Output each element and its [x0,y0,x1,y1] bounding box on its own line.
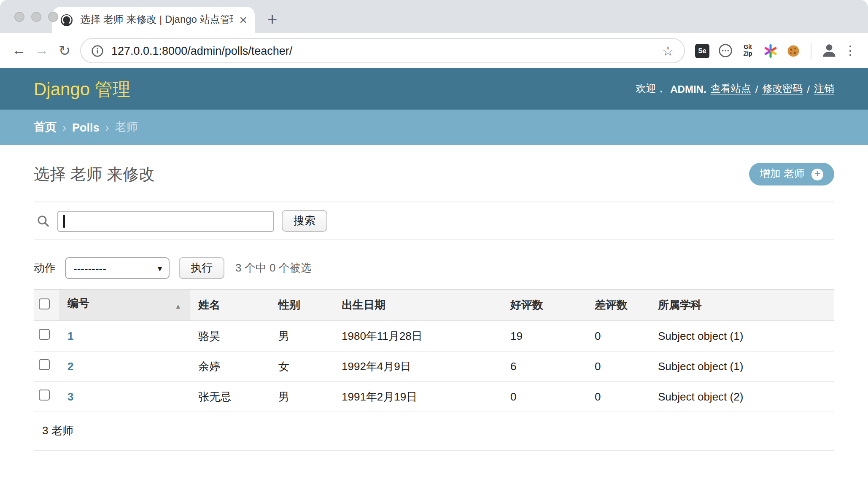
browser-window: 选择 老师 来修改 | Django 站点管理 × + ← → ↻ 127.0.… [0,0,868,500]
site-branding-link[interactable]: Django 管理 [34,77,130,101]
sort-ascending-icon[interactable]: ▲ [175,300,181,314]
username-text: ADMIN. [670,83,706,95]
cell-bad: 0 [586,321,650,351]
table-row: 2 余婷 女 1992年4月9日 6 0 Subject object (1) [34,351,834,382]
toolbar-divider [811,43,811,59]
address-bar[interactable]: 127.0.0.1:8000/admin/polls/teacher/ ☆ [80,38,685,63]
cell-subject: Subject object (2) [650,382,834,412]
actions-row: 动作 --------- ▾ 执行 3 个中 0 个被选 [34,257,834,279]
cell-gender: 女 [270,351,333,382]
action-select-value: --------- [73,262,106,274]
cell-good: 19 [502,321,586,351]
gitzip-label: GitZip [744,44,752,57]
minimize-window-button[interactable] [31,12,41,22]
page-title: 选择 老师 来修改 [34,163,155,185]
changelist-content: 选择 老师 来修改 增加 老师 + 搜索 动作 --------- ▾ 执行 3… [0,145,868,500]
url-text[interactable]: 127.0.0.1:8000/admin/polls/teacher/ [111,44,654,57]
back-icon[interactable]: ← [8,42,30,59]
user-tools-separator: / [755,83,758,95]
column-header-name[interactable]: 姓名 [190,290,270,321]
pinwheel-extension-icon[interactable] [759,38,782,63]
search-button[interactable]: 搜索 [282,210,327,232]
cell-id: 3 [59,382,190,412]
breadcrumb-separator: › [62,121,66,134]
breadcrumb: 首页 › Polls › 老师 [0,110,868,145]
row-checkbox[interactable] [39,359,50,370]
cell-subject: Subject object (1) [650,351,834,382]
browser-tab[interactable]: 选择 老师 来修改 | Django 站点管理 × [52,7,255,33]
cell-id: 1 [59,321,190,351]
table-row: 1 骆昊 男 1980年11月28日 19 0 Subject object (… [34,321,834,351]
plus-icon: + [811,168,823,180]
row-checkbox[interactable] [39,329,50,340]
breadcrumb-app-link[interactable]: Polls [72,121,100,134]
new-tab-button[interactable]: + [267,11,277,28]
view-site-link[interactable]: 查看站点 [711,82,751,96]
user-tools: 欢迎， ADMIN. 查看站点 / 修改密码 / 注销 [636,82,834,96]
cell-birthday: 1980年11月28日 [333,321,502,351]
column-header-good[interactable]: 好评数 [502,290,586,321]
select-all-checkbox[interactable] [39,298,50,309]
action-select[interactable]: --------- ▾ [65,257,170,279]
cell-subject: Subject object (1) [650,321,834,351]
browser-menu-icon[interactable]: ⋮ [840,43,860,58]
action-counter: 3 个中 0 个被选 [235,261,312,276]
row-checkbox-cell [34,321,59,351]
row-id-link[interactable]: 1 [67,329,73,342]
selenium-badge: Se [695,43,709,58]
add-button-label: 增加 老师 [760,167,805,181]
column-header-id[interactable]: 编号 ▲ [59,290,190,321]
logout-link[interactable]: 注销 [814,82,834,96]
welcome-text: 欢迎， [636,82,666,96]
table-row: 3 张无忌 男 1991年2月19日 0 0 Subject object (2… [34,382,834,412]
row-id-link[interactable]: 2 [67,360,73,372]
result-count: 3 老师 [34,412,834,451]
search-bar: 搜索 [34,202,834,240]
chevron-down-icon: ▾ [158,263,162,273]
column-header-subject[interactable]: 所属学科 [650,290,834,321]
result-table: 编号 ▲ 姓名 性别 出生日期 好评数 差评数 所属学科 1 骆昊 男 [34,289,834,412]
cell-bad: 0 [586,351,650,382]
forward-icon[interactable]: → [30,42,53,59]
breadcrumb-current: 老师 [115,120,138,135]
tab-title: 选择 老师 来修改 | Django 站点管理 [80,13,232,27]
cell-birthday: 1991年2月19日 [333,382,502,412]
close-tab-icon[interactable]: × [239,13,247,27]
cell-good: 6 [502,351,586,382]
breadcrumb-home-link[interactable]: 首页 [34,120,57,135]
reload-icon[interactable]: ↻ [53,42,76,59]
circle-dots-extension-icon[interactable] [714,38,736,63]
column-header-birthday[interactable]: 出生日期 [333,290,502,321]
site-info-icon[interactable] [91,44,104,57]
column-header-gender[interactable]: 性别 [270,290,333,321]
gitzip-extension-icon[interactable]: GitZip [736,38,759,63]
go-button[interactable]: 执行 [179,257,224,279]
cookie-extension-icon[interactable] [782,38,805,63]
cell-gender: 男 [270,321,333,351]
cell-birthday: 1992年4月9日 [333,351,502,382]
cell-good: 0 [502,382,586,412]
cell-name: 骆昊 [190,321,270,351]
profile-avatar-icon[interactable] [817,38,840,63]
row-id-link[interactable]: 3 [67,390,73,403]
table-header-row: 编号 ▲ 姓名 性别 出生日期 好评数 差评数 所属学科 [34,290,834,321]
text-caret [63,215,65,227]
change-password-link[interactable]: 修改密码 [762,82,803,96]
row-checkbox-cell [34,382,59,412]
column-header-bad[interactable]: 差评数 [586,290,650,321]
row-checkbox-cell [34,351,59,382]
breadcrumb-separator: › [105,121,109,134]
window-controls [14,12,58,22]
user-tools-separator: / [807,83,810,95]
cell-name: 余婷 [190,351,270,382]
row-checkbox[interactable] [39,390,50,401]
close-window-button[interactable] [14,12,24,22]
search-input[interactable] [57,210,274,231]
title-row: 选择 老师 来修改 增加 老师 + [34,145,834,185]
bookmark-star-icon[interactable]: ☆ [662,43,674,59]
add-teacher-button[interactable]: 增加 老师 + [749,163,834,185]
selenium-extension-icon[interactable]: Se [691,38,714,63]
browser-toolbar: ← → ↻ 127.0.0.1:8000/admin/polls/teacher… [0,33,868,68]
zoom-window-button[interactable] [48,12,58,22]
select-all-checkbox-cell [34,290,59,321]
